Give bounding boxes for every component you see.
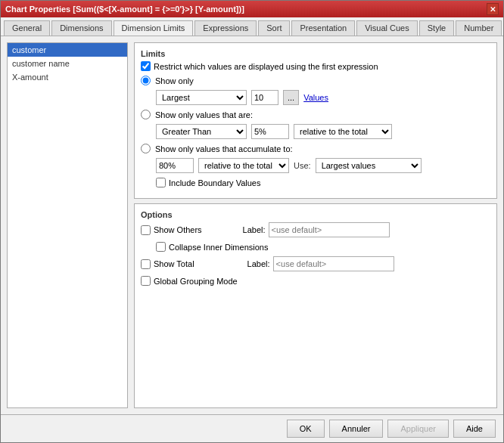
others-label-text: Label:: [243, 225, 266, 234]
left-item-customer[interactable]: customer: [8, 43, 127, 57]
restrict-row: Restrict which values are displayed usin…: [141, 61, 490, 71]
left-panel: customer customer name X-amount: [7, 42, 128, 408]
left-item-x-amount[interactable]: X-amount: [8, 70, 127, 84]
global-grouping-row: Global Grouping Mode: [141, 276, 490, 286]
limits-label: Limits: [141, 49, 490, 58]
restrict-label[interactable]: Restrict which values are displayed usin…: [154, 62, 378, 71]
show-total-label[interactable]: Show Total: [154, 259, 194, 268]
collapse-inner-label[interactable]: Collapse Inner Dimensions: [169, 243, 268, 252]
count-browse-button[interactable]: ...: [283, 90, 299, 105]
tabs-bar: General Dimensions Dimension Limits Expr…: [1, 17, 503, 36]
accumulate-relative-dropdown[interactable]: relative to the total absolute value: [198, 158, 289, 173]
title-bar: Chart Properties [Sum(($<[X-amount] = {>…: [1, 1, 503, 17]
show-total-checkbox[interactable]: [141, 259, 151, 269]
restrict-checkbox[interactable]: [141, 61, 151, 71]
values-link[interactable]: Values: [303, 93, 328, 102]
cancel-button[interactable]: Annuler: [329, 420, 384, 438]
show-only-controls: Largest Smallest ... Values: [156, 90, 490, 105]
show-others-label[interactable]: Show Others: [154, 225, 202, 234]
include-boundary-row: Include Boundary Values: [156, 178, 490, 187]
total-label-text: Label:: [247, 259, 270, 268]
largest-dropdown[interactable]: Largest Smallest: [156, 90, 247, 105]
greater-than-dropdown[interactable]: Greater Than Less Than Equal To: [156, 124, 247, 139]
global-grouping-label[interactable]: Global Grouping Mode: [154, 277, 238, 286]
tab-dimensions[interactable]: Dimensions: [51, 20, 111, 36]
tab-sort[interactable]: Sort: [258, 20, 290, 36]
tab-presentation[interactable]: Presentation: [291, 20, 355, 36]
show-only-radio[interactable]: [141, 76, 151, 85]
show-only-label[interactable]: Show only: [155, 76, 194, 85]
include-boundary-checkbox[interactable]: [156, 178, 166, 187]
options-label: Options: [141, 210, 490, 219]
apply-button[interactable]: Appliquer: [387, 420, 448, 438]
collapse-inner-checkbox[interactable]: [156, 242, 166, 252]
main-window: Chart Properties [Sum(($<[X-amount] = {>…: [0, 0, 504, 443]
show-accumulate-label[interactable]: Show only values that accumulate to:: [155, 144, 293, 153]
ok-button[interactable]: OK: [287, 420, 325, 438]
close-button[interactable]: ✕: [487, 3, 499, 15]
tab-number[interactable]: Number: [456, 20, 502, 36]
tab-dimension-limits[interactable]: Dimension Limits: [114, 20, 194, 36]
relative-to-total-dropdown[interactable]: relative to the total absolute value: [294, 124, 392, 139]
show-others-checkbox[interactable]: [141, 225, 151, 235]
tab-style[interactable]: Style: [419, 20, 454, 36]
right-panel: Limits Restrict which values are display…: [134, 42, 497, 408]
count-input[interactable]: [251, 90, 278, 105]
show-values-controls: Greater Than Less Than Equal To relative…: [156, 124, 490, 139]
show-only-row: Show only: [141, 76, 490, 85]
help-button[interactable]: Aide: [453, 420, 496, 438]
options-section: Options Show Others Label: Collapse Inne…: [134, 203, 497, 408]
show-values-that-are-label[interactable]: Show only values that are:: [155, 110, 253, 119]
global-grouping-checkbox[interactable]: [141, 276, 151, 286]
collapse-inner-row: Collapse Inner Dimensions: [156, 242, 490, 252]
tab-visual-cues[interactable]: Visual Cues: [356, 20, 418, 36]
show-values-that-are-radio[interactable]: [141, 110, 151, 119]
accumulate-percent-input[interactable]: [156, 158, 194, 173]
total-label-input[interactable]: [273, 256, 394, 271]
window-title: Chart Properties [Sum(($<[X-amount] = {>…: [5, 5, 244, 14]
include-boundary-label[interactable]: Include Boundary Values: [169, 178, 261, 187]
show-values-that-are-row: Show only values that are:: [141, 110, 490, 119]
show-others-row: Show Others Label:: [141, 222, 490, 237]
percent-input[interactable]: [251, 124, 289, 139]
use-label: Use:: [294, 161, 311, 170]
tab-expressions[interactable]: Expressions: [194, 20, 257, 36]
limits-section: Limits Restrict which values are display…: [134, 42, 497, 199]
content-area: customer customer name X-amount Limits R…: [1, 36, 503, 414]
others-label-input[interactable]: [269, 222, 390, 237]
largest-values-dropdown[interactable]: Largest values Smallest values: [316, 158, 422, 173]
footer: OK Annuler Appliquer Aide: [1, 414, 503, 442]
show-accumulate-radio[interactable]: [141, 144, 151, 153]
show-total-row: Show Total Label:: [141, 256, 490, 271]
tab-general[interactable]: General: [4, 20, 50, 36]
left-item-customer-name[interactable]: customer name: [8, 57, 127, 70]
show-accumulate-row: Show only values that accumulate to:: [141, 144, 490, 153]
accumulate-controls: relative to the total absolute value Use…: [156, 158, 490, 173]
